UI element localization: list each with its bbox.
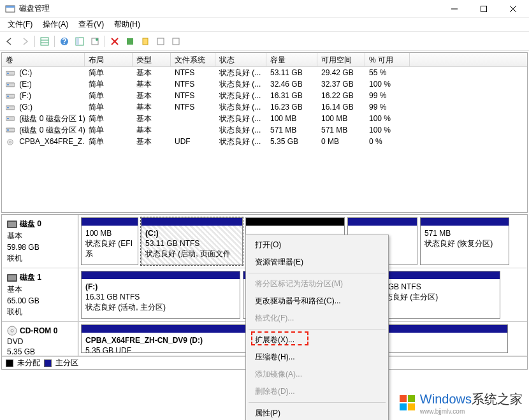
table-cell: (磁盘 0 磁盘分区 1) <box>2 113 85 125</box>
disk-name: CD-ROM 0 <box>20 326 57 335</box>
partition[interactable]: 571 MB状态良好 (恢复分区) <box>420 217 509 265</box>
forward-button[interactable] <box>18 34 32 48</box>
table-cell: 基本 <box>133 101 171 113</box>
column-header[interactable]: 布局 <box>85 53 133 66</box>
svg-rect-41 <box>400 395 407 402</box>
column-header[interactable]: 状态 <box>215 53 266 66</box>
toolbar-button[interactable] <box>169 34 183 48</box>
table-row[interactable]: CPBA_X64FRE_Z...简单基本UDF状态良好 (...5.35 GB0… <box>2 136 527 147</box>
table-cell: 5.35 GB <box>266 136 317 147</box>
toolbar-separator <box>54 36 55 47</box>
table-cell: (磁盘 0 磁盘分区 4) <box>2 124 85 136</box>
table-cell: 32.37 GB <box>317 79 365 89</box>
delete-button[interactable] <box>108 34 122 48</box>
table-cell: UDF <box>171 136 215 147</box>
disk-size: 59.98 GB <box>7 243 73 252</box>
svg-rect-26 <box>7 96 9 97</box>
disk-info[interactable]: 磁盘 1基本65.00 GB联机 <box>2 268 78 321</box>
context-menu-item[interactable]: 更改驱动器号和路径(C)... <box>247 293 387 310</box>
disk-info[interactable]: CD-ROM 0DVD5.35 GB <box>2 322 78 356</box>
svg-rect-44 <box>408 403 415 410</box>
partition[interactable]: 46 GB NTFS状态良好 (主分区) <box>373 271 500 319</box>
table-row[interactable]: (G:)简单基本NTFS状态良好 (...16.23 GB16.14 GB99 … <box>2 101 527 113</box>
menu-separator <box>249 402 386 403</box>
svg-rect-12 <box>76 38 79 45</box>
menu-view[interactable]: 查看(V) <box>73 18 109 31</box>
menu-action[interactable]: 操作(A) <box>38 18 73 31</box>
table-row[interactable]: (C:)简单基本NTFS状态良好 (...53.11 GB29.42 GB55 … <box>2 67 527 78</box>
table-cell: NTFS <box>171 102 215 112</box>
table-cell <box>171 118 215 119</box>
partition[interactable]: (C:)53.11 GB NTFS状态良好 (启动, 页面文件 <box>141 217 243 265</box>
table-cell: 100 % <box>365 79 410 89</box>
disk-name: 磁盘 0 <box>20 219 41 229</box>
table-cell: 16.31 GB <box>266 91 317 101</box>
table-cell: 状态良好 (... <box>215 113 266 125</box>
disk-info[interactable]: 磁盘 0基本59.98 GB联机 <box>2 215 78 268</box>
table-cell: 100 MB <box>317 113 365 124</box>
partition[interactable]: 100 MB状态良好 (EFI 系 <box>81 217 138 265</box>
table-cell: 99 % <box>365 91 410 101</box>
partition[interactable]: (F:)16.31 GB NTFS状态良好 (活动, 主分区) <box>81 271 240 319</box>
view-list-button[interactable] <box>38 34 52 48</box>
close-button[interactable] <box>498 0 528 18</box>
app-icon <box>5 4 15 14</box>
volume-list-pane: 卷布局类型文件系统状态容量可用空间% 可用 (C:)简单基本NTFS状态良好 (… <box>1 52 528 213</box>
disk-size: 5.35 GB <box>7 347 73 356</box>
column-header[interactable]: 卷 <box>2 53 85 66</box>
minimize-button[interactable] <box>440 0 469 18</box>
help-button[interactable]: ? <box>57 34 71 48</box>
toolbar-panel-button[interactable] <box>73 34 87 48</box>
column-header[interactable]: 可用空间 <box>317 53 365 66</box>
table-row[interactable]: (F:)简单基本NTFS状态良好 (...16.31 GB16.22 GB99 … <box>2 90 527 101</box>
svg-rect-32 <box>7 129 9 131</box>
table-row[interactable]: (磁盘 0 磁盘分区 1)简单基本状态良好 (...100 MB100 MB10… <box>2 113 527 124</box>
svg-point-34 <box>10 141 11 143</box>
column-header[interactable]: 容量 <box>266 53 317 66</box>
context-menu-item[interactable]: 压缩卷(H)... <box>247 349 387 366</box>
watermark-brand: Windows <box>420 392 472 406</box>
action-button[interactable] <box>123 34 137 48</box>
menu-file[interactable]: 文件(F) <box>3 18 38 31</box>
toolbar-button[interactable] <box>154 34 168 48</box>
table-cell: 状态良好 (... <box>215 124 266 136</box>
table-row[interactable]: (磁盘 0 磁盘分区 4)简单基本状态良好 (...571 MB571 MB10… <box>2 124 527 136</box>
maximize-button[interactable] <box>469 0 498 18</box>
partition-body: 46 GB NTFS状态良好 (主分区) <box>373 279 500 318</box>
svg-rect-28 <box>7 107 9 108</box>
table-cell <box>171 129 215 131</box>
svg-rect-18 <box>143 38 148 45</box>
svg-rect-42 <box>408 395 415 402</box>
partition-color-bar <box>82 272 240 279</box>
context-menu-item[interactable]: 扩展卷(X)... <box>247 331 387 349</box>
table-cell: 0 % <box>365 136 410 147</box>
disk-size: 65.00 GB <box>7 296 73 305</box>
table-row[interactable]: (E:)简单基本NTFS状态良好 (...32.46 GB32.37 GB100… <box>2 78 527 90</box>
context-menu-item[interactable]: 资源管理器(E) <box>247 254 387 271</box>
refresh-button[interactable] <box>88 34 102 48</box>
column-header[interactable]: 类型 <box>133 53 171 66</box>
table-cell: 状态良好 (... <box>215 90 266 102</box>
table-cell: 29.42 GB <box>317 68 365 78</box>
menu-help[interactable]: 帮助(H) <box>109 18 145 31</box>
volume-table-body: (C:)简单基本NTFS状态良好 (...53.11 GB29.42 GB55 … <box>2 67 527 147</box>
partition-body: 100 MB状态良好 (EFI 系 <box>82 226 138 264</box>
legend-primary-label: 主分区 <box>55 358 78 368</box>
toolbar-separator <box>34 36 35 47</box>
context-menu[interactable]: 打开(O)资源管理器(E)将分区标记为活动分区(M)更改驱动器号和路径(C)..… <box>245 235 389 420</box>
svg-rect-19 <box>157 38 164 45</box>
table-cell: 16.22 GB <box>317 91 365 101</box>
legend-unalloc-label: 未分配 <box>17 358 40 368</box>
table-cell: (F:) <box>2 91 85 101</box>
context-menu-item[interactable]: 属性(P) <box>247 405 387 420</box>
column-header[interactable]: 文件系统 <box>171 53 215 66</box>
context-menu-item[interactable]: 打开(O) <box>247 236 387 254</box>
new-button[interactable] <box>138 34 152 48</box>
windows-logo-icon <box>398 394 416 412</box>
back-button[interactable] <box>3 34 17 48</box>
svg-rect-17 <box>127 38 133 45</box>
table-cell: 简单 <box>85 113 133 125</box>
table-cell: NTFS <box>171 79 215 89</box>
disk-state: 联机 <box>7 307 73 317</box>
column-header[interactable]: % 可用 <box>365 53 410 66</box>
